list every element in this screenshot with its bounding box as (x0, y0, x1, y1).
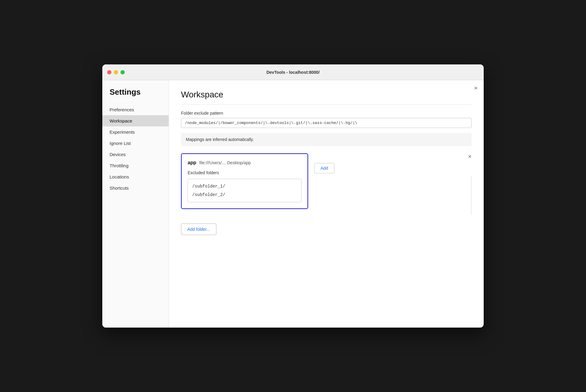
minimize-window-button[interactable] (114, 70, 118, 74)
close-window-button[interactable] (107, 70, 111, 74)
add-folder-button[interactable]: Add folder... (181, 224, 216, 235)
info-box: Mappings are inferred automatically. (181, 133, 472, 146)
sidebar-item-workspace[interactable]: Workspace (102, 115, 169, 126)
window-controls (107, 70, 125, 74)
right-panel (471, 176, 472, 215)
workspace-card-row: app file:///Users/… Desktop/app Excluded… (181, 153, 472, 216)
maximize-window-button[interactable] (120, 70, 125, 74)
sidebar-item-experiments[interactable]: Experiments (102, 126, 169, 138)
sidebar-item-preferences[interactable]: Preferences (102, 104, 169, 115)
sidebar-item-shortcuts[interactable]: Shortcuts (102, 182, 169, 194)
dialog-close-button[interactable]: × (474, 85, 478, 91)
folder-exclude-input[interactable] (181, 118, 472, 128)
sidebar-item-locations[interactable]: Locations (102, 171, 169, 182)
sidebar: Settings Preferences Workspace Experimen… (102, 80, 169, 328)
excluded-folders-list: /subfolder_1/ /subfolder_2/ (188, 179, 301, 202)
window-body: Settings Preferences Workspace Experimen… (102, 80, 484, 328)
info-text: Mappings are inferred automatically. (186, 137, 254, 142)
sidebar-heading: Settings (102, 87, 169, 104)
window: DevTools - localhost:8000/ Settings Pref… (102, 64, 484, 328)
sidebar-item-throttling[interactable]: Throttling (102, 160, 169, 171)
workspace-name: app (188, 160, 196, 165)
workspace-card-header: app file:///Users/… Desktop/app (188, 160, 301, 165)
excluded-folder-item: /subfolder_2/ (192, 191, 297, 199)
titlebar: DevTools - localhost:8000/ (102, 64, 484, 80)
main-content: × Workspace Folder exclude pattern Mappi… (169, 80, 484, 328)
section-divider (181, 104, 472, 105)
sidebar-item-ignore-list[interactable]: Ignore List (102, 138, 169, 149)
excluded-folders-label: Excluded folders (188, 170, 301, 175)
folder-exclude-label: Folder exclude pattern (181, 111, 472, 116)
sidebar-item-devices[interactable]: Devices (102, 149, 169, 160)
workspace-card: app file:///Users/… Desktop/app Excluded… (181, 153, 308, 209)
excluded-folder-item: /subfolder_1/ (192, 182, 297, 191)
add-excluded-folder-button[interactable]: Add (314, 163, 334, 173)
section-title: Workspace (181, 90, 472, 100)
window-title: DevTools - localhost:8000/ (266, 70, 320, 75)
workspace-card-remove-button[interactable]: × (468, 153, 472, 159)
workspace-path: file:///Users/… Desktop/app (199, 160, 251, 165)
